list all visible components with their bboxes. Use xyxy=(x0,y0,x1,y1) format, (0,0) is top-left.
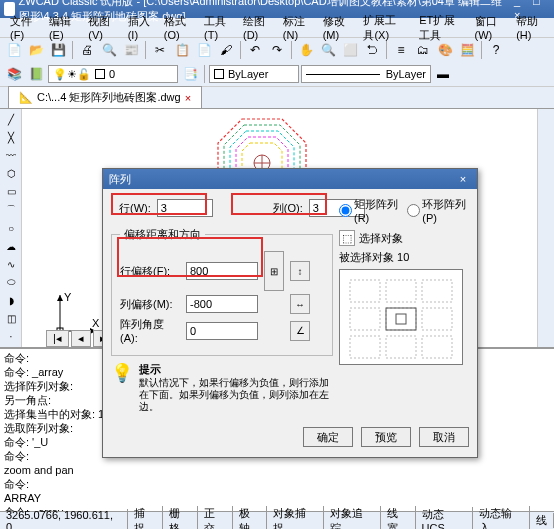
revcloud-icon[interactable]: ☁ xyxy=(2,238,20,255)
pline-icon[interactable]: 〰 xyxy=(2,147,20,164)
dyn-toggle[interactable]: 动态输入 xyxy=(473,506,530,530)
minimize-button[interactable]: _ xyxy=(509,0,525,9)
zoom-window-icon[interactable]: ⬜ xyxy=(340,40,360,60)
print-icon[interactable]: 🖨 xyxy=(77,40,97,60)
highlight-cols xyxy=(231,193,327,215)
menu-view[interactable]: 视图(V) xyxy=(82,12,121,43)
menu-draw[interactable]: 绘图(D) xyxy=(237,12,277,43)
copy-icon[interactable]: 📋 xyxy=(172,40,192,60)
line-icon[interactable]: ╱ xyxy=(2,111,20,128)
radio-rect[interactable]: 矩形阵列(R) xyxy=(339,197,401,224)
design-center-icon[interactable]: 🗂 xyxy=(413,40,433,60)
radio-rect-input[interactable] xyxy=(339,204,352,217)
properties-icon[interactable]: ≡ xyxy=(391,40,411,60)
color-combo[interactable]: ByLayer xyxy=(209,65,299,83)
menu-modify[interactable]: 修改(M) xyxy=(317,12,358,43)
otrack-toggle[interactable]: 对象追踪 xyxy=(324,506,381,530)
lweight-toggle[interactable]: 线宽 xyxy=(381,506,416,530)
dialog-title: 阵列 xyxy=(109,172,131,187)
snap-toggle[interactable]: 捕捉 xyxy=(128,506,163,530)
pan-icon[interactable]: ✋ xyxy=(296,40,316,60)
dialog-close-icon[interactable]: × xyxy=(455,173,471,185)
layer-icon[interactable]: 📚 xyxy=(4,64,24,84)
zoom-prev-icon[interactable]: ⮌ xyxy=(362,40,382,60)
ellipse-arc-icon[interactable]: ◗ xyxy=(2,292,20,309)
open-icon[interactable]: 📂 xyxy=(26,40,46,60)
ducs-toggle[interactable]: 动态UCS xyxy=(416,507,474,529)
highlight-rows xyxy=(111,193,207,215)
rect-icon[interactable]: ▭ xyxy=(2,183,20,200)
pick-angle-icon[interactable]: ∠ xyxy=(290,321,310,341)
menu-insert[interactable]: 插入(I) xyxy=(122,12,158,43)
hint-row: 💡 提示 默认情况下，如果行偏移为负值，则行添加在下面。如果列偏移为负值，则列添… xyxy=(111,362,333,413)
svg-marker-11 xyxy=(57,295,63,301)
radio-polar[interactable]: 环形阵列(P) xyxy=(407,197,469,224)
spline-icon[interactable]: ∿ xyxy=(2,256,20,273)
lineweight-icon[interactable]: ▬ xyxy=(433,64,453,84)
col-offset-input[interactable] xyxy=(186,295,258,313)
new-icon[interactable]: 📄 xyxy=(4,40,24,60)
svg-rect-22 xyxy=(386,336,416,358)
menu-format[interactable]: 格式(O) xyxy=(158,12,198,43)
svg-rect-17 xyxy=(422,280,452,302)
pick-both-offsets-icon[interactable]: ⊞ xyxy=(264,251,284,291)
arc-icon[interactable]: ⌒ xyxy=(2,201,20,218)
vertical-scrollbar[interactable] xyxy=(537,109,554,347)
preview-button[interactable]: 预览 xyxy=(361,427,411,447)
doc-close-icon[interactable]: × xyxy=(185,92,191,104)
lock-icon: 🔓 xyxy=(77,68,91,81)
layer-combo[interactable]: 💡 ☀ 🔓 0 xyxy=(48,65,178,83)
menu-edit[interactable]: 编辑(E) xyxy=(43,12,82,43)
nav-prev-icon[interactable]: ◂ xyxy=(71,330,91,347)
zoom-icon[interactable]: 🔍 xyxy=(318,40,338,60)
doc-icon: 📐 xyxy=(19,91,33,104)
layer-prev-icon[interactable]: 📗 xyxy=(26,64,46,84)
calc-icon[interactable]: 🧮 xyxy=(457,40,477,60)
ok-button[interactable]: 确定 xyxy=(303,427,353,447)
point-icon[interactable]: · xyxy=(2,328,20,345)
ortho-toggle[interactable]: 正交 xyxy=(198,506,233,530)
dialog-right-panel: 矩形阵列(R) 环形阵列(P) ⬚ 选择对象 被选择对象 10 xyxy=(339,197,469,365)
select-objects-button[interactable]: ⬚ 选择对象 xyxy=(339,230,469,246)
cut-icon[interactable]: ✂ xyxy=(150,40,170,60)
selection-status: 被选择对象 10 xyxy=(339,250,469,265)
nav-first-icon[interactable]: |◂ xyxy=(46,330,69,347)
radio-polar-input[interactable] xyxy=(407,204,420,217)
angle-input[interactable] xyxy=(186,322,258,340)
menu-file[interactable]: 文件(F) xyxy=(4,12,43,43)
osnap-toggle[interactable]: 对象捕捉 xyxy=(267,506,324,530)
dialog-title-bar[interactable]: 阵列 × xyxy=(103,169,477,189)
paste-icon[interactable]: 📄 xyxy=(194,40,214,60)
preview-icon[interactable]: 🔍 xyxy=(99,40,119,60)
circle-icon[interactable]: ○ xyxy=(2,219,20,236)
array-preview xyxy=(339,269,463,365)
redo-icon[interactable]: ↷ xyxy=(267,40,287,60)
layer-tools-icon[interactable]: 📑 xyxy=(180,64,200,84)
publish-icon[interactable]: 📰 xyxy=(121,40,141,60)
save-icon[interactable]: 💾 xyxy=(48,40,68,60)
menu-dimension[interactable]: 标注(N) xyxy=(277,12,317,43)
color-swatch-icon xyxy=(95,69,105,79)
menu-tools[interactable]: 工具(T) xyxy=(198,12,237,43)
tool-palette-icon[interactable]: 🎨 xyxy=(435,40,455,60)
select-objects-label: 选择对象 xyxy=(359,231,403,246)
match-icon[interactable]: 🖌 xyxy=(216,40,236,60)
menu-help[interactable]: 帮助(H) xyxy=(510,12,550,43)
block-icon[interactable]: ◫ xyxy=(2,310,20,327)
polar-toggle[interactable]: 极轴 xyxy=(233,506,268,530)
help-icon[interactable]: ? xyxy=(486,40,506,60)
pick-row-offset-icon[interactable]: ↕ xyxy=(290,261,310,281)
line-toggle[interactable]: 线 xyxy=(530,513,554,528)
pick-col-offset-icon[interactable]: ↔ xyxy=(290,294,310,314)
maximize-button[interactable]: □ xyxy=(528,0,544,9)
linetype-combo[interactable]: ByLayer xyxy=(301,65,431,83)
menu-window[interactable]: 窗口(W) xyxy=(469,12,511,43)
col-offset-label: 列偏移(M): xyxy=(120,297,180,312)
grid-toggle[interactable]: 栅格 xyxy=(163,506,198,530)
undo-icon[interactable]: ↶ xyxy=(245,40,265,60)
ellipse-icon[interactable]: ⬭ xyxy=(2,274,20,291)
cancel-button[interactable]: 取消 xyxy=(419,427,469,447)
doc-tab[interactable]: 📐 C:\...4 矩形阵列地砖图案.dwg × xyxy=(8,86,202,108)
polygon-icon[interactable]: ⬡ xyxy=(2,165,20,182)
xline-icon[interactable]: ╳ xyxy=(2,129,20,146)
